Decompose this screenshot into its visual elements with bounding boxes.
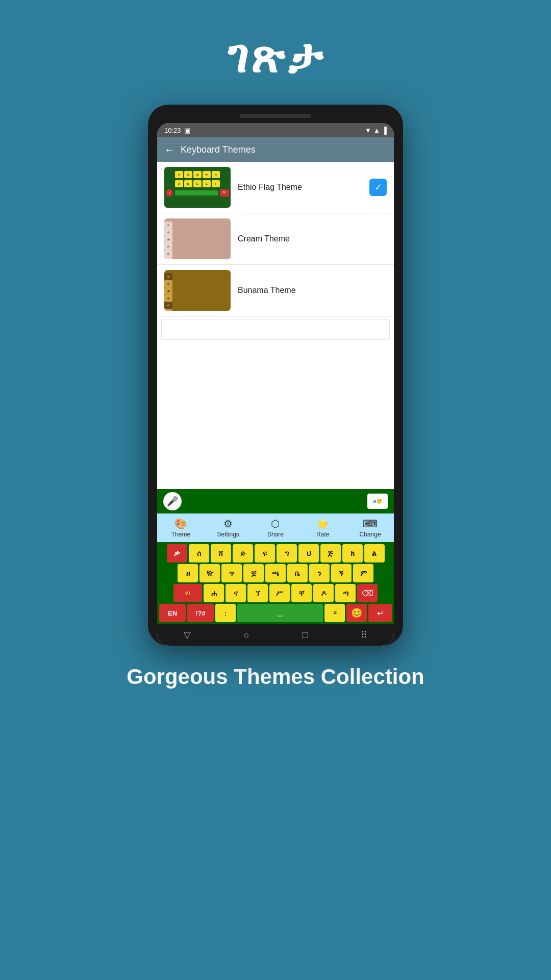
rate-icon: ⭐ [316,518,329,530]
theme-name-bunama: Bunama Theme [238,286,387,295]
phone-screen: 10:23 ▣ ▼ ▲ ▐ ← Keyboard Themes ሀ ለ [157,123,394,646]
key-tta[interactable]: ጣ [335,584,356,602]
key-eth-special[interactable]: ሃ፤ [173,584,202,602]
text-input[interactable] [161,320,390,340]
key-se[interactable]: ሰ [189,544,209,562]
theme-preview-bunama: ሀ ለ ሐ መ ሰ A B C E F ↑ [164,270,231,311]
status-right: ▼ ▲ ▐ [365,127,387,134]
status-left: 10:23 ▣ [164,127,190,134]
share-icon: ⬡ [271,518,280,530]
rate-label: Rate [316,531,329,538]
key-sym2[interactable]: ። [324,604,345,622]
toolbar-change[interactable]: ⌨ Change [355,518,386,538]
key-space[interactable]: ⎵ [237,604,323,622]
key-me[interactable]: ም [353,564,373,582]
theme-label: Theme [171,531,190,538]
toolbar-theme[interactable]: 🎨 Theme [165,518,196,538]
key-zhe[interactable]: ዥ [199,564,220,582]
back-button[interactable]: ← [164,144,174,156]
nav-back-icon[interactable]: ▽ [184,629,191,641]
mic-button[interactable]: 🎤 [163,492,182,510]
key-te[interactable]: ጥ [221,564,242,582]
bottom-tagline: Gorgeous Themes Collection [106,664,444,690]
theme-name-cream: Cream Theme [238,234,387,243]
theme-icon: 🎨 [174,518,187,530]
nav-recents-icon[interactable]: □ [302,630,308,641]
keyboard-row-3: ሃ፤ ሐ ና ኘ ሥ ቸ ዶ ጣ ⌫ [158,584,393,602]
status-bar: 10:23 ▣ ▼ ▲ ▐ [157,123,394,137]
key-ge[interactable]: ግ [277,544,297,562]
key-lang[interactable]: EN [159,604,186,622]
time-display: 10:23 [164,127,181,134]
phone-frame: 10:23 ▣ ▼ ▲ ▐ ← Keyboard Themes ሀ ለ [148,105,403,646]
mic-row: 🎤 A🙂 [157,489,394,513]
nav-home-icon[interactable]: ○ [244,630,249,641]
change-label: Change [360,531,381,538]
toolbar-rate[interactable]: ⭐ Rate [308,518,338,538]
nav-keyboard-icon[interactable]: ⠿ [361,629,367,641]
settings-icon: ⚙ [223,518,233,530]
key-she[interactable]: ሸ [211,544,231,562]
theme-name-ethio: Ethio Flag Theme [238,183,362,192]
key-emoji[interactable]: 😊 [346,604,367,622]
key-nga[interactable]: ኘ [247,584,268,602]
phone-notch [240,114,311,118]
key-che[interactable]: ቿ [243,564,264,582]
key-ke[interactable]: ክ [342,544,363,562]
theme-check-ethio: ✓ [369,179,387,196]
translate-button[interactable]: A🙂 [367,494,388,509]
key-be[interactable]: ቤ [287,564,308,582]
key-sa[interactable]: ሥ [269,584,290,602]
key-de[interactable]: ድ [233,544,253,562]
battery-icon: ▐ [382,127,387,134]
key-ze[interactable]: ዘ [178,564,198,582]
share-label: Share [267,531,284,538]
app-bar: ← Keyboard Themes [157,137,394,162]
change-icon: ⌨ [363,518,378,530]
app-logo: ገጽታ [226,31,325,84]
key-special-left[interactable]: ቃ [167,544,187,562]
nav-bar: ▽ ○ □ ⠿ [157,624,394,646]
key-je[interactable]: ጅ [320,544,341,562]
key-do[interactable]: ዶ [313,584,334,602]
toolbar-settings[interactable]: ⚙ Settings [213,518,243,538]
sim-icon: ▣ [184,127,190,134]
keyboard-bottom-row: EN !?# : ⎵ ። 😊 ↵ [158,604,393,622]
key-sym[interactable]: !?# [187,604,214,622]
theme-preview-ethio: ሀ ለ ሐ መ ሰ A B C E F ↑ [164,167,231,208]
theme-item-cream[interactable]: ሀ ለ ሐ መ ሰ A B C E F ↑ [157,213,394,265]
backspace-key[interactable]: ⌫ [357,584,378,602]
theme-list: ሀ ለ ሐ መ ሰ A B C E F ↑ [157,162,394,489]
settings-label: Settings [217,531,239,538]
keyboard-toolbar: 🎨 Theme ⚙ Settings ⬡ Share ⭐ Rate ⌨ Chan… [157,513,394,542]
key-na[interactable]: ና [226,584,246,602]
app-bar-title: Keyboard Themes [181,144,256,155]
key-fe[interactable]: ፍ [255,544,275,562]
key-chi[interactable]: ቸ [291,584,312,602]
keyboard-row-2: ዘ ዥ ጥ ቿ ጫ ቤ ን ኝ ም [158,564,393,582]
key-le[interactable]: ል [364,544,385,562]
theme-preview-cream: ሀ ለ ሐ መ ሰ A B C E F ↑ [164,218,231,259]
theme-item-ethio[interactable]: ሀ ለ ሐ መ ሰ A B C E F ↑ [157,162,394,213]
key-he[interactable]: ህ [298,544,319,562]
keyboard-row-1: ቃ ሰ ሸ ድ ፍ ግ ህ ጅ ክ ል [158,544,393,562]
keyboard-area: ቃ ሰ ሸ ድ ፍ ግ ህ ጅ ክ ል ዘ ዥ ጥ ቿ ጫ ቤ ን ኝ [157,542,394,624]
key-ne[interactable]: ን [309,564,330,582]
theme-item-bunama[interactable]: ሀ ለ ሐ መ ሰ A B C E F ↑ [157,265,394,316]
key-nye[interactable]: ኝ [331,564,352,582]
key-dot[interactable]: : [215,604,236,622]
signal-icon: ▲ [373,127,380,134]
wifi-icon: ▼ [365,127,371,134]
toolbar-share[interactable]: ⬡ Share [260,518,291,538]
key-enter[interactable]: ↵ [368,604,392,622]
key-cha[interactable]: ጫ [265,564,286,582]
key-ha[interactable]: ሐ [204,584,224,602]
